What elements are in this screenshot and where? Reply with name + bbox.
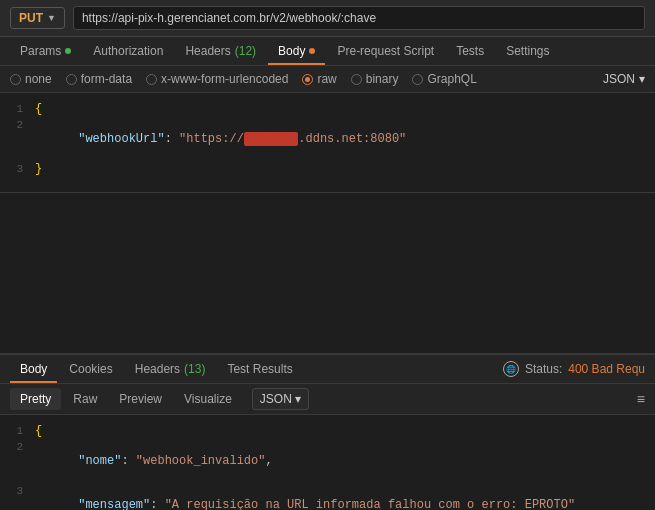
top-tabs: Params Authorization Headers (12) Body P… <box>0 37 655 66</box>
resp-linenum-2: 2 <box>0 441 35 453</box>
json-chevron-icon: ▾ <box>639 72 645 86</box>
pretty-tab-preview[interactable]: Preview <box>109 388 172 410</box>
pretty-tab-visualize[interactable]: Visualize <box>174 388 242 410</box>
tab-settings[interactable]: Settings <box>496 37 559 65</box>
radio-raw <box>302 74 313 85</box>
resp-headers-count: (13) <box>184 362 205 376</box>
radio-none <box>10 74 21 85</box>
body-options: none form-data x-www-form-urlencoded raw… <box>0 66 655 93</box>
req-content-3: } <box>35 162 42 176</box>
resp-linenum-3: 3 <box>0 485 35 497</box>
tab-settings-label: Settings <box>506 44 549 58</box>
resp-content-1: { <box>35 424 42 438</box>
empty-editor-space <box>0 193 655 353</box>
tab-prerequest[interactable]: Pre-request Script <box>327 37 444 65</box>
pretty-tab-visualize-label: Visualize <box>184 392 232 406</box>
option-urlencoded-label: x-www-form-urlencoded <box>161 72 288 86</box>
headers-count: (12) <box>235 44 256 58</box>
body-dot <box>309 48 315 54</box>
pretty-tab-pretty[interactable]: Pretty <box>10 388 61 410</box>
req-content-1: { <box>35 102 42 116</box>
status-value: 400 Bad Requ <box>568 362 645 376</box>
pretty-tab-raw-label: Raw <box>73 392 97 406</box>
tab-headers[interactable]: Headers (12) <box>175 37 266 65</box>
resp-line-1: 1 { <box>0 423 655 439</box>
option-graphql[interactable]: GraphQL <box>412 72 476 86</box>
status-badge: 🌐 Status: 400 Bad Requ <box>503 361 645 377</box>
status-label: Status: <box>525 362 562 376</box>
tab-authorization-label: Authorization <box>93 44 163 58</box>
filter-icon[interactable]: ≡ <box>637 391 645 407</box>
resp-content-2: "nome": "webhook_invalido", <box>35 440 273 482</box>
request-code-area: 1 { 2 "webhookUrl": "https://XXXXXXX.ddn… <box>0 93 655 193</box>
url-input[interactable] <box>73 6 645 30</box>
tab-params-label: Params <box>20 44 61 58</box>
pretty-tab-preview-label: Preview <box>119 392 162 406</box>
url-bar: PUT ▼ <box>0 0 655 37</box>
tab-tests-label: Tests <box>456 44 484 58</box>
pretty-tab-raw[interactable]: Raw <box>63 388 107 410</box>
req-line-2: 2 "webhookUrl": "https://XXXXXXX.ddns.ne… <box>0 117 655 161</box>
resp-tab-headers[interactable]: Headers (13) <box>125 355 216 383</box>
json-type-label: JSON <box>603 72 635 86</box>
method-label: PUT <box>19 11 43 25</box>
resp-tab-testresults[interactable]: Test Results <box>217 355 302 383</box>
req-line-3: 3 } <box>0 161 655 177</box>
option-urlencoded[interactable]: x-www-form-urlencoded <box>146 72 288 86</box>
option-graphql-label: GraphQL <box>427 72 476 86</box>
radio-graphql <box>412 74 423 85</box>
response-json-dropdown[interactable]: JSON ▾ <box>252 388 309 410</box>
option-binary-label: binary <box>366 72 399 86</box>
pretty-tab-pretty-label: Pretty <box>20 392 51 406</box>
tab-body[interactable]: Body <box>268 37 325 65</box>
option-none[interactable]: none <box>10 72 52 86</box>
resp-tab-body-label: Body <box>20 362 47 376</box>
response-header: Body Cookies Headers (13) Test Results 🌐… <box>0 353 655 384</box>
resp-line-2: 2 "nome": "webhook_invalido", <box>0 439 655 483</box>
option-binary[interactable]: binary <box>351 72 399 86</box>
resp-tab-cookies-label: Cookies <box>69 362 112 376</box>
response-code-area: 1 { 2 "nome": "webhook_invalido", 3 "men… <box>0 415 655 510</box>
option-raw[interactable]: raw <box>302 72 336 86</box>
req-linenum-2: 2 <box>0 119 35 131</box>
tab-params[interactable]: Params <box>10 37 81 65</box>
radio-binary <box>351 74 362 85</box>
resp-line-3: 3 "mensagem": "A requisição na URL infor… <box>0 483 655 510</box>
tab-body-label: Body <box>278 44 305 58</box>
resp-tab-body[interactable]: Body <box>10 355 57 383</box>
req-content-2: "webhookUrl": "https://XXXXXXX.ddns.net:… <box>35 118 406 160</box>
resp-content-3: "mensagem": "A requisição na URL informa… <box>35 484 575 510</box>
radio-formdata <box>66 74 77 85</box>
resp-tab-cookies[interactable]: Cookies <box>59 355 122 383</box>
method-badge[interactable]: PUT ▼ <box>10 7 65 29</box>
option-raw-label: raw <box>317 72 336 86</box>
resp-linenum-1: 1 <box>0 425 35 437</box>
req-line-1: 1 { <box>0 101 655 117</box>
pretty-tabs: Pretty Raw Preview Visualize JSON ▾ ≡ <box>0 384 655 415</box>
params-dot <box>65 48 71 54</box>
option-none-label: none <box>25 72 52 86</box>
resp-tab-testresults-label: Test Results <box>227 362 292 376</box>
req-linenum-3: 3 <box>0 163 35 175</box>
tab-authorization[interactable]: Authorization <box>83 37 173 65</box>
method-chevron-icon: ▼ <box>47 13 56 23</box>
response-json-chevron-icon: ▾ <box>295 392 301 406</box>
radio-urlencoded <box>146 74 157 85</box>
tab-tests[interactable]: Tests <box>446 37 494 65</box>
tab-headers-label: Headers <box>185 44 230 58</box>
response-json-label: JSON <box>260 392 292 406</box>
resp-tab-headers-label: Headers <box>135 362 180 376</box>
tab-prerequest-label: Pre-request Script <box>337 44 434 58</box>
option-formdata[interactable]: form-data <box>66 72 132 86</box>
json-type-select[interactable]: JSON ▾ <box>603 72 645 86</box>
req-linenum-1: 1 <box>0 103 35 115</box>
globe-icon: 🌐 <box>503 361 519 377</box>
option-formdata-label: form-data <box>81 72 132 86</box>
